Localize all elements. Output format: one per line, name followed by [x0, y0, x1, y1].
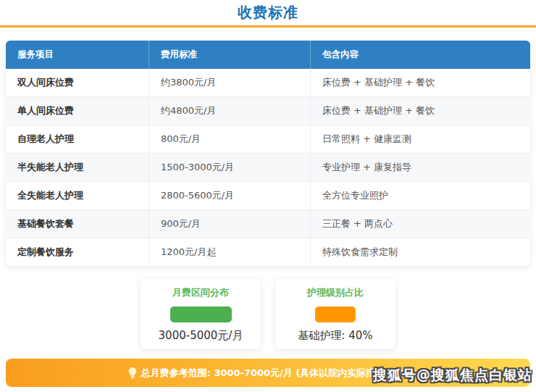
- service-item-cell: 基础餐饮套餐: [6, 210, 148, 238]
- fee-standard-cell: 2800-5600元/月: [148, 182, 310, 210]
- table-header-row: 服务项目 费用标准 包含内容: [6, 41, 530, 69]
- table-row: 定制餐饮服务1200元/月起特殊饮食需求定制: [6, 238, 530, 267]
- fee-standard-cell: 约4800元/月: [148, 97, 310, 125]
- fee-standard-cell: 约3800元/月: [148, 69, 310, 97]
- included-content-cell: 专业护理 + 康复指导: [310, 154, 530, 182]
- included-content-cell: 床位费 + 基础护理 + 餐饮: [310, 69, 530, 97]
- care-level-ratio-card: 护理级别占比基础护理: 40%: [275, 279, 395, 349]
- service-item-cell: 半失能老人护理: [6, 154, 148, 182]
- fee-table: 服务项目 费用标准 包含内容 双人间床位费约3800元/月床位费 + 基础护理 …: [6, 41, 530, 267]
- included-content-cell: 三正餐 + 两点心: [310, 210, 530, 238]
- page-title: 收费标准: [0, 0, 536, 25]
- included-content-cell: 日常照料 + 健康监测: [310, 125, 530, 154]
- card-bar: [170, 306, 232, 322]
- service-item-cell: 双人间床位费: [6, 69, 148, 97]
- card-value: 基础护理: 40%: [298, 329, 372, 343]
- service-item-cell: 全失能老人护理: [6, 182, 148, 210]
- included-content-cell: 全方位专业照护: [310, 182, 530, 210]
- service-item-cell: 定制餐饮服务: [6, 238, 148, 267]
- fee-standard-cell: 900元/月: [148, 210, 310, 238]
- fee-standard-cell: 1200元/月起: [148, 238, 310, 267]
- table-row: 半失能老人护理1500-3000元/月专业护理 + 康复指导: [6, 154, 530, 182]
- summary-cards: 月费区间分布3000-5000元/月护理级别占比基础护理: 40%: [0, 279, 536, 349]
- fee-standard-cell: 1500-3000元/月: [148, 154, 310, 182]
- card-bar: [315, 306, 356, 322]
- fee-standard-cell: 800元/月: [148, 125, 310, 154]
- table-row: 双人间床位费约3800元/月床位费 + 基础护理 + 餐饮: [6, 69, 530, 97]
- watermark: 搜狐号@搜狐焦点白银站: [373, 366, 532, 385]
- fee-standard-page: 收费标准 服务项目 费用标准 包含内容 双人间床位费约3800元/月床位费 + …: [0, 0, 536, 349]
- card-value: 3000-5000元/月: [159, 329, 243, 343]
- included-content-cell: 床位费 + 基础护理 + 餐饮: [310, 97, 530, 125]
- lightbulb-icon: [128, 367, 137, 379]
- header-included-content: 包含内容: [310, 41, 530, 69]
- header-service-item: 服务项目: [6, 41, 148, 69]
- service-item-cell: 单人间床位费: [6, 97, 148, 125]
- header-fee-standard: 费用标准: [148, 41, 310, 69]
- included-content-cell: 特殊饮食需求定制: [310, 238, 530, 267]
- banner-text: 总月费参考范围: 3000-7000元/月 (具体以院内实际报价为准): [141, 367, 409, 380]
- card-title: 月费区间分布: [172, 286, 229, 299]
- monthly-fee-range-card: 月费区间分布3000-5000元/月: [141, 279, 261, 349]
- service-item-cell: 自理老人护理: [6, 125, 148, 154]
- table-row: 基础餐饮套餐900元/月三正餐 + 两点心: [6, 210, 530, 238]
- table-row: 全失能老人护理2800-5600元/月全方位专业照护: [6, 182, 530, 210]
- table-row: 单人间床位费约4800元/月床位费 + 基础护理 + 餐饮: [6, 97, 530, 125]
- card-title: 护理级别占比: [307, 286, 364, 299]
- title-divider: [0, 25, 536, 28]
- table-row: 自理老人护理800元/月日常照料 + 健康监测: [6, 125, 530, 154]
